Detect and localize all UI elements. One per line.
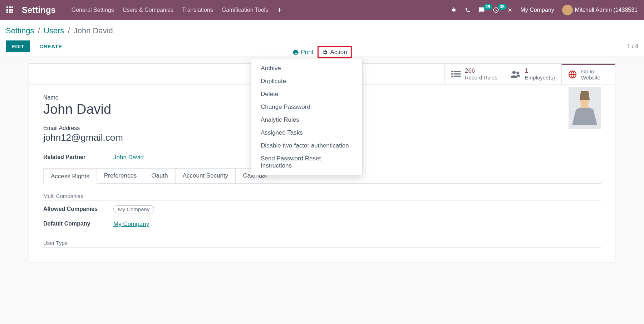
svg-point-18 [516, 72, 519, 74]
action-change-password[interactable]: Change Password [251, 101, 362, 113]
action-dropdown: Archive Duplicate Delete Change Password… [251, 59, 363, 175]
bug-icon[interactable] [451, 7, 457, 13]
user-menu[interactable]: Mitchell Admin (1438531 [562, 5, 638, 15]
apps-icon[interactable] [6, 6, 13, 13]
svg-line-4 [452, 9, 452, 10]
tab-oauth[interactable]: Oauth [144, 168, 175, 183]
nav-translations[interactable]: Translations [182, 7, 213, 13]
default-company-label: Default Company [43, 221, 113, 227]
breadcrumb-sep: / [68, 26, 70, 35]
stat-record-rules[interactable]: 266 Record Rules [444, 64, 504, 84]
print-label: Print [301, 49, 313, 56]
action-disable-2fa[interactable]: Disable two-factor authentication [251, 139, 362, 152]
activity-icon[interactable]: 38 [493, 7, 499, 13]
svg-line-5 [455, 9, 456, 10]
breadcrumb-users[interactable]: Users [44, 26, 64, 35]
pager[interactable]: 1 / 4 [627, 43, 638, 50]
tab-access-rights[interactable]: Access Rights [43, 169, 97, 184]
stat-goto-b: Website [581, 74, 600, 81]
svg-rect-12 [453, 71, 461, 72]
gear-icon [322, 49, 328, 55]
nav-general-settings[interactable]: General Settings [72, 7, 114, 13]
section-user-type: User Type [43, 240, 601, 248]
action-label: Action [330, 49, 347, 56]
globe-icon [568, 70, 577, 79]
phone-icon[interactable] [465, 7, 471, 13]
app-title[interactable]: Settings [22, 5, 56, 15]
stat-rules-count: 266 [465, 67, 497, 74]
svg-line-6 [452, 10, 452, 11]
plus-icon[interactable] [277, 7, 282, 13]
svg-point-17 [512, 71, 515, 74]
nav-users-companies[interactable]: Users & Companies [123, 7, 173, 13]
breadcrumb-sep: / [38, 26, 40, 35]
activity-badge: 38 [498, 4, 507, 10]
svg-rect-13 [451, 73, 453, 74]
print-button[interactable]: Print [292, 49, 313, 56]
breadcrumb-current: John David [74, 26, 113, 35]
print-icon [292, 49, 299, 55]
default-company-link[interactable]: My Company [113, 221, 149, 228]
action-button[interactable]: Action [318, 46, 352, 58]
action-delete[interactable]: Delete [251, 88, 362, 101]
tab-preferences[interactable]: Preferences [97, 168, 144, 183]
create-button[interactable]: CREATE [34, 40, 68, 52]
nav-gamification-tools[interactable]: Gamification Tools [222, 7, 268, 13]
company-switcher[interactable]: My Company [521, 7, 554, 13]
svg-rect-15 [451, 76, 453, 77]
partner-label: Related Partner [43, 154, 113, 160]
control-panel: Settings / Users / John David EDIT CREAT… [0, 20, 644, 57]
edit-button[interactable]: EDIT [6, 40, 30, 52]
avatar-icon [562, 5, 573, 15]
stat-emp-count: 1 [525, 67, 555, 74]
svg-rect-1 [277, 10, 282, 10]
allowed-company-tag[interactable]: My Company [113, 205, 154, 213]
svg-rect-14 [453, 73, 461, 74]
stat-rules-label: Record Rules [465, 74, 497, 81]
breadcrumb-settings[interactable]: Settings [6, 26, 34, 35]
user-name: Mitchell Admin (1438531 [575, 7, 638, 13]
tools-icon[interactable] [507, 7, 513, 13]
messages-icon[interactable]: 29 [478, 7, 485, 13]
stat-employees[interactable]: 1 Employee(s) [504, 64, 561, 84]
action-archive[interactable]: Archive [251, 62, 362, 75]
stat-goto-a: Go to [581, 68, 600, 74]
svg-point-2 [452, 8, 455, 11]
svg-rect-11 [451, 71, 453, 72]
list-icon [451, 71, 461, 78]
profile-photo[interactable] [569, 87, 601, 129]
stat-goto-website[interactable]: Go to Website [561, 64, 615, 84]
allowed-companies-label: Allowed Companies [43, 206, 113, 212]
breadcrumb: Settings / Users / John David [6, 26, 638, 35]
action-assigned-tasks[interactable]: Assigned Tasks [251, 126, 362, 139]
action-duplicate[interactable]: Duplicate [251, 75, 362, 88]
section-multi-companies: Multi Companies [43, 193, 601, 201]
action-send-password-reset[interactable]: Send Password Reset Instructions [251, 152, 362, 172]
top-navbar: Settings General Settings Users & Compan… [0, 0, 644, 20]
person-icon [572, 91, 597, 125]
action-analytic-rules[interactable]: Analytic Rules [251, 113, 362, 126]
messages-badge: 29 [483, 4, 492, 10]
stat-emp-label: Employee(s) [525, 74, 555, 81]
tab-account-security[interactable]: Account Security [175, 168, 236, 183]
partner-link[interactable]: John David [113, 154, 144, 161]
employees-icon [511, 70, 521, 78]
svg-line-7 [455, 10, 456, 11]
svg-rect-16 [453, 76, 461, 77]
